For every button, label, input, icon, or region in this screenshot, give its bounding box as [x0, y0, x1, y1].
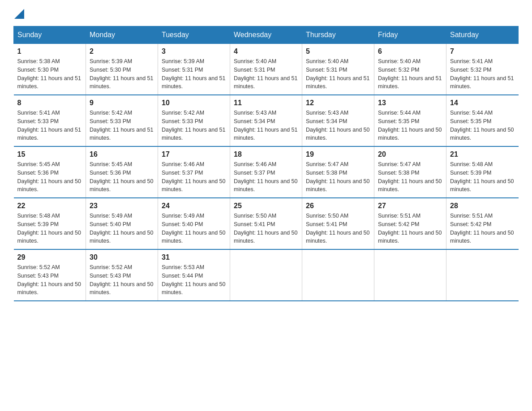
day-number: 16	[90, 150, 154, 158]
week-row-2: 8 Sunrise: 5:41 AMSunset: 5:33 PMDayligh…	[14, 95, 519, 146]
calendar-cell: 5 Sunrise: 5:40 AMSunset: 5:31 PMDayligh…	[302, 44, 374, 95]
day-info: Sunrise: 5:40 AMSunset: 5:32 PMDaylight:…	[378, 58, 442, 90]
day-info: Sunrise: 5:40 AMSunset: 5:31 PMDaylight:…	[306, 58, 369, 90]
day-number: 14	[450, 99, 515, 107]
day-number: 4	[234, 47, 298, 56]
calendar-cell: 28 Sunrise: 5:51 AMSunset: 5:42 PMDaylig…	[446, 198, 519, 249]
day-number: 11	[234, 99, 298, 107]
day-number: 18	[234, 150, 298, 158]
calendar-cell: 31 Sunrise: 5:53 AMSunset: 5:44 PMDaylig…	[158, 249, 230, 301]
calendar-cell	[230, 249, 302, 301]
calendar-cell: 18 Sunrise: 5:46 AMSunset: 5:37 PMDaylig…	[230, 146, 302, 198]
day-number: 1	[17, 47, 82, 56]
day-info: Sunrise: 5:43 AMSunset: 5:34 PMDaylight:…	[306, 110, 369, 141]
day-info: Sunrise: 5:41 AMSunset: 5:33 PMDaylight:…	[17, 110, 81, 141]
day-number: 28	[450, 202, 515, 210]
day-number: 26	[306, 202, 370, 210]
calendar-cell: 27 Sunrise: 5:51 AMSunset: 5:42 PMDaylig…	[374, 198, 446, 249]
calendar-cell: 22 Sunrise: 5:48 AMSunset: 5:39 PMDaylig…	[14, 198, 86, 249]
calendar-cell: 15 Sunrise: 5:45 AMSunset: 5:36 PMDaylig…	[14, 146, 86, 198]
logo-triangle-icon	[14, 9, 24, 19]
calendar-cell: 19 Sunrise: 5:47 AMSunset: 5:38 PMDaylig…	[302, 146, 374, 198]
day-info: Sunrise: 5:47 AMSunset: 5:38 PMDaylight:…	[306, 161, 369, 193]
day-info: Sunrise: 5:46 AMSunset: 5:37 PMDaylight:…	[162, 161, 225, 193]
header-cell-thursday: Thursday	[302, 26, 374, 44]
day-info: Sunrise: 5:51 AMSunset: 5:42 PMDaylight:…	[378, 213, 442, 244]
logo	[13, 9, 24, 17]
day-info: Sunrise: 5:41 AMSunset: 5:32 PMDaylight:…	[450, 58, 514, 90]
day-number: 23	[90, 202, 154, 210]
calendar-cell: 11 Sunrise: 5:43 AMSunset: 5:34 PMDaylig…	[230, 95, 302, 146]
header-cell-friday: Friday	[374, 26, 446, 44]
day-number: 5	[306, 47, 370, 56]
day-info: Sunrise: 5:48 AMSunset: 5:39 PMDaylight:…	[17, 213, 81, 244]
day-number: 8	[17, 99, 82, 107]
header-cell-sunday: Sunday	[14, 26, 86, 44]
day-info: Sunrise: 5:49 AMSunset: 5:40 PMDaylight:…	[90, 213, 153, 244]
week-row-4: 22 Sunrise: 5:48 AMSunset: 5:39 PMDaylig…	[14, 198, 519, 249]
calendar-cell: 25 Sunrise: 5:50 AMSunset: 5:41 PMDaylig…	[230, 198, 302, 249]
day-number: 17	[162, 150, 226, 158]
day-info: Sunrise: 5:49 AMSunset: 5:40 PMDaylight:…	[162, 213, 225, 244]
calendar-cell: 26 Sunrise: 5:50 AMSunset: 5:41 PMDaylig…	[302, 198, 374, 249]
day-number: 7	[450, 47, 515, 56]
calendar-cell: 2 Sunrise: 5:39 AMSunset: 5:30 PMDayligh…	[86, 44, 158, 95]
calendar-cell: 10 Sunrise: 5:42 AMSunset: 5:33 PMDaylig…	[158, 95, 230, 146]
calendar-cell: 8 Sunrise: 5:41 AMSunset: 5:33 PMDayligh…	[14, 95, 86, 146]
day-number: 2	[90, 47, 154, 56]
calendar-cell: 6 Sunrise: 5:40 AMSunset: 5:32 PMDayligh…	[374, 44, 446, 95]
calendar-cell: 20 Sunrise: 5:47 AMSunset: 5:38 PMDaylig…	[374, 146, 446, 198]
calendar-cell: 23 Sunrise: 5:49 AMSunset: 5:40 PMDaylig…	[86, 198, 158, 249]
day-number: 20	[378, 150, 442, 158]
day-info: Sunrise: 5:50 AMSunset: 5:41 PMDaylight:…	[306, 213, 369, 244]
svg-marker-0	[14, 9, 24, 19]
day-number: 15	[17, 150, 82, 158]
calendar-cell: 1 Sunrise: 5:38 AMSunset: 5:30 PMDayligh…	[14, 44, 86, 95]
page-header	[13, 9, 519, 17]
calendar-cell: 30 Sunrise: 5:52 AMSunset: 5:43 PMDaylig…	[86, 249, 158, 301]
calendar-table: SundayMondayTuesdayWednesdayThursdayFrid…	[13, 26, 519, 301]
day-number: 30	[90, 253, 154, 261]
day-info: Sunrise: 5:48 AMSunset: 5:39 PMDaylight:…	[450, 161, 514, 193]
week-row-1: 1 Sunrise: 5:38 AMSunset: 5:30 PMDayligh…	[14, 44, 519, 95]
day-number: 12	[306, 99, 370, 107]
calendar-cell: 4 Sunrise: 5:40 AMSunset: 5:31 PMDayligh…	[230, 44, 302, 95]
day-number: 27	[378, 202, 442, 210]
day-number: 25	[234, 202, 298, 210]
calendar-cell: 9 Sunrise: 5:42 AMSunset: 5:33 PMDayligh…	[86, 95, 158, 146]
day-info: Sunrise: 5:52 AMSunset: 5:43 PMDaylight:…	[90, 264, 153, 295]
calendar-cell: 21 Sunrise: 5:48 AMSunset: 5:39 PMDaylig…	[446, 146, 519, 198]
day-number: 13	[378, 99, 442, 107]
day-number: 22	[17, 202, 82, 210]
header-cell-tuesday: Tuesday	[158, 26, 230, 44]
day-info: Sunrise: 5:40 AMSunset: 5:31 PMDaylight:…	[234, 58, 297, 90]
day-number: 31	[162, 253, 226, 261]
week-row-3: 15 Sunrise: 5:45 AMSunset: 5:36 PMDaylig…	[14, 146, 519, 198]
day-info: Sunrise: 5:38 AMSunset: 5:30 PMDaylight:…	[17, 58, 81, 90]
calendar-cell: 16 Sunrise: 5:45 AMSunset: 5:36 PMDaylig…	[86, 146, 158, 198]
day-info: Sunrise: 5:46 AMSunset: 5:37 PMDaylight:…	[234, 161, 297, 193]
calendar-cell: 29 Sunrise: 5:52 AMSunset: 5:43 PMDaylig…	[14, 249, 86, 301]
header-cell-saturday: Saturday	[446, 26, 519, 44]
day-info: Sunrise: 5:39 AMSunset: 5:30 PMDaylight:…	[90, 58, 153, 90]
day-info: Sunrise: 5:52 AMSunset: 5:43 PMDaylight:…	[17, 264, 81, 295]
week-row-5: 29 Sunrise: 5:52 AMSunset: 5:43 PMDaylig…	[14, 249, 519, 301]
calendar-cell: 12 Sunrise: 5:43 AMSunset: 5:34 PMDaylig…	[302, 95, 374, 146]
day-info: Sunrise: 5:44 AMSunset: 5:35 PMDaylight:…	[450, 110, 514, 141]
day-info: Sunrise: 5:43 AMSunset: 5:34 PMDaylight:…	[234, 110, 297, 141]
day-info: Sunrise: 5:42 AMSunset: 5:33 PMDaylight:…	[90, 110, 153, 141]
calendar-cell	[374, 249, 446, 301]
day-info: Sunrise: 5:44 AMSunset: 5:35 PMDaylight:…	[378, 110, 442, 141]
day-info: Sunrise: 5:47 AMSunset: 5:38 PMDaylight:…	[378, 161, 442, 193]
day-info: Sunrise: 5:45 AMSunset: 5:36 PMDaylight:…	[17, 161, 81, 193]
day-info: Sunrise: 5:45 AMSunset: 5:36 PMDaylight:…	[90, 161, 153, 193]
calendar-cell: 24 Sunrise: 5:49 AMSunset: 5:40 PMDaylig…	[158, 198, 230, 249]
day-number: 10	[162, 99, 226, 107]
calendar-cell	[446, 249, 519, 301]
calendar-cell: 14 Sunrise: 5:44 AMSunset: 5:35 PMDaylig…	[446, 95, 519, 146]
header-cell-wednesday: Wednesday	[230, 26, 302, 44]
day-info: Sunrise: 5:51 AMSunset: 5:42 PMDaylight:…	[450, 213, 514, 244]
day-number: 19	[306, 150, 370, 158]
day-info: Sunrise: 5:39 AMSunset: 5:31 PMDaylight:…	[162, 58, 225, 90]
day-number: 24	[162, 202, 226, 210]
